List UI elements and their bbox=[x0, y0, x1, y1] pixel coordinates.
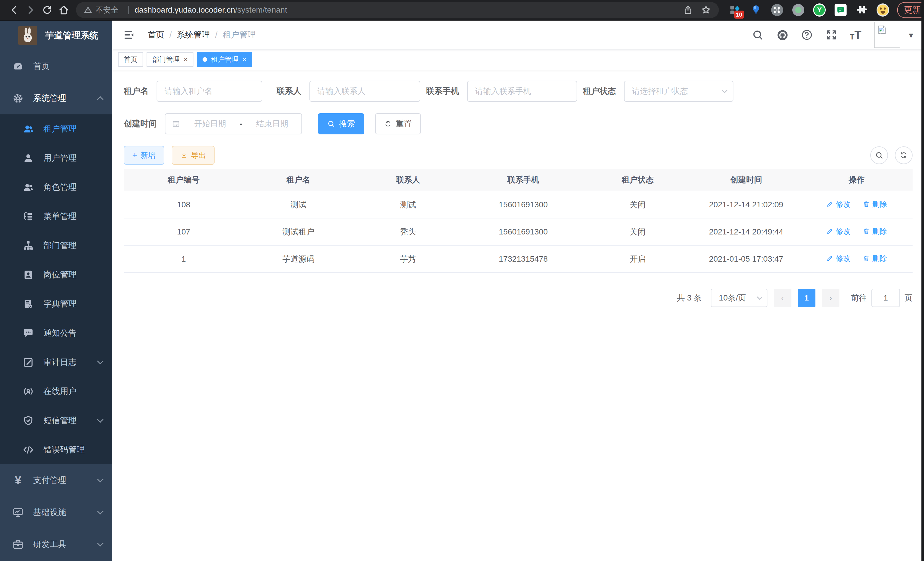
address-bar[interactable]: 不安全 dashboard.yudao.iocoder.cn/system/te… bbox=[76, 2, 719, 18]
col-status: 租户状态 bbox=[584, 169, 692, 191]
col-mobile: 联系手机 bbox=[463, 169, 584, 191]
search-button[interactable]: 搜索 bbox=[318, 113, 364, 134]
avatar-caret-icon[interactable]: ▾ bbox=[909, 30, 913, 40]
sidebar-item-user[interactable]: 用户管理 bbox=[0, 144, 112, 173]
page-number-1[interactable]: 1 bbox=[798, 289, 815, 307]
audit-log-icon bbox=[22, 356, 34, 368]
security-label[interactable]: 不安全 bbox=[95, 5, 118, 15]
sidebar-item-role[interactable]: 角色管理 bbox=[0, 173, 112, 202]
sidebar-item-home[interactable]: 首页 bbox=[0, 50, 112, 82]
github-icon[interactable] bbox=[776, 29, 788, 41]
breadcrumb: 首页 / 系统管理 / 租户管理 bbox=[148, 29, 256, 41]
goto-page-input[interactable] bbox=[872, 289, 900, 307]
trash-icon bbox=[862, 228, 870, 235]
show-search-toggle-button[interactable] bbox=[870, 146, 888, 164]
extension-command-icon[interactable] bbox=[771, 4, 783, 16]
page-size-select[interactable]: 10条/页 bbox=[711, 289, 767, 307]
sidebar-item-notice[interactable]: 通知公告 bbox=[0, 319, 112, 348]
tab-home[interactable]: 首页 bbox=[118, 52, 143, 67]
sidebar-item-online-user[interactable]: 在线用户 bbox=[0, 377, 112, 406]
delete-link[interactable]: 删除 bbox=[862, 226, 887, 236]
browser-home-button[interactable] bbox=[56, 2, 72, 18]
extension-y-icon[interactable]: Y bbox=[813, 4, 826, 16]
table-toolbar: + 新增 导出 bbox=[124, 146, 913, 165]
table-row: 108 测试 测试 15601691300 关闭 2021-12-14 21:0… bbox=[124, 191, 913, 218]
avatar[interactable] bbox=[874, 22, 900, 48]
share-icon[interactable] bbox=[683, 5, 693, 15]
plus-icon: + bbox=[132, 151, 137, 159]
chevron-down-icon bbox=[757, 294, 763, 300]
profile-avatar-icon[interactable] bbox=[877, 4, 889, 16]
close-icon[interactable]: × bbox=[243, 56, 247, 63]
url-path: /system/tenant bbox=[235, 5, 287, 14]
help-icon[interactable] bbox=[801, 29, 813, 41]
sidebar-item-sms[interactable]: 短信管理 bbox=[0, 406, 112, 435]
navbar-right: TT ▾ bbox=[752, 22, 913, 48]
tenant-name-input[interactable] bbox=[157, 81, 262, 102]
end-date-placeholder[interactable]: 结束日期 bbox=[249, 118, 295, 129]
sidebar-item-pay[interactable]: ¥ 支付管理 bbox=[0, 464, 112, 496]
header-search-icon[interactable] bbox=[752, 29, 764, 41]
tab-dept[interactable]: 部门管理 × bbox=[147, 52, 194, 67]
sidebar-item-errcode[interactable]: 错误码管理 bbox=[0, 435, 112, 464]
tab-tenant[interactable]: 租户管理 × bbox=[197, 52, 252, 67]
tenant-table: 租户编号 租户名 联系人 联系手机 租户状态 创建时间 操作 108 测试 测试 bbox=[124, 169, 913, 273]
sidebar-submenu-system: 租户管理 用户管理 角色管理 菜单管理 部门管理 岗位管理 bbox=[0, 114, 112, 464]
browser-update-button[interactable]: 更新 ⋮ bbox=[897, 2, 924, 18]
sidebar-item-menu[interactable]: 菜单管理 bbox=[0, 202, 112, 231]
sidebar-item-dept[interactable]: 部门管理 bbox=[0, 231, 112, 260]
export-button[interactable]: 导出 bbox=[172, 146, 214, 165]
col-actions: 操作 bbox=[801, 169, 913, 191]
window-edge bbox=[921, 0, 924, 561]
contact-input[interactable] bbox=[309, 81, 420, 102]
online-user-icon bbox=[22, 385, 34, 397]
reset-button[interactable]: 重置 bbox=[375, 113, 421, 134]
font-size-icon[interactable]: TT bbox=[850, 29, 861, 41]
extension-balloon-icon[interactable] bbox=[750, 4, 762, 16]
sidebar-item-post[interactable]: 岗位管理 bbox=[0, 260, 112, 289]
prev-page-button[interactable]: ‹ bbox=[774, 289, 791, 307]
add-button[interactable]: + 新增 bbox=[124, 146, 164, 165]
mobile-input[interactable] bbox=[467, 81, 577, 102]
badge-icon bbox=[22, 269, 34, 281]
bookmark-star-icon[interactable] bbox=[700, 5, 711, 15]
browser-reload-button[interactable] bbox=[39, 2, 56, 18]
extension-chat-icon[interactable] bbox=[834, 4, 847, 16]
close-icon[interactable]: × bbox=[184, 56, 188, 63]
not-secure-warning-icon bbox=[83, 5, 93, 15]
sidebar-item-dict[interactable]: 字典管理 bbox=[0, 289, 112, 319]
breadcrumb-current: 租户管理 bbox=[223, 29, 256, 41]
sidebar-item-devtools[interactable]: 研发工具 bbox=[0, 528, 112, 560]
sidebar-item-infra[interactable]: 基础设施 bbox=[0, 496, 112, 528]
edit-link[interactable]: 修改 bbox=[826, 226, 850, 236]
edit-icon bbox=[826, 200, 833, 208]
delete-link[interactable]: 删除 bbox=[862, 199, 887, 209]
delete-link[interactable]: 删除 bbox=[862, 254, 887, 264]
col-contact: 联系人 bbox=[353, 169, 463, 191]
start-date-placeholder[interactable]: 开始日期 bbox=[187, 118, 233, 129]
breadcrumb-home[interactable]: 首页 bbox=[148, 29, 164, 41]
extension-grid-icon[interactable]: 10 bbox=[729, 4, 741, 16]
next-page-button[interactable]: › bbox=[822, 289, 839, 307]
table-row: 107 测试租户 秃头 15601691300 关闭 2021-12-14 20… bbox=[124, 218, 913, 245]
chevron-up-icon bbox=[97, 96, 104, 103]
status-select-input[interactable] bbox=[624, 81, 734, 102]
sidebar-collapse-icon[interactable] bbox=[123, 29, 136, 41]
extension-dot-icon[interactable] bbox=[792, 4, 805, 16]
sidebar-item-tenant[interactable]: 租户管理 bbox=[0, 114, 112, 144]
edit-link[interactable]: 修改 bbox=[826, 254, 850, 264]
gear-icon bbox=[12, 92, 24, 104]
edit-link[interactable]: 修改 bbox=[826, 199, 850, 209]
create-time-range-picker[interactable]: 开始日期 - 结束日期 bbox=[165, 113, 302, 134]
users-icon bbox=[22, 123, 34, 135]
breadcrumb-system[interactable]: 系统管理 bbox=[177, 29, 210, 41]
sidebar-item-system[interactable]: 系统管理 bbox=[0, 82, 112, 114]
status-select[interactable] bbox=[624, 81, 734, 102]
fullscreen-icon[interactable] bbox=[825, 29, 837, 41]
message-icon bbox=[22, 327, 34, 339]
extensions-puzzle-icon[interactable] bbox=[855, 4, 868, 16]
sidebar-item-audit-log[interactable]: 审计日志 bbox=[0, 348, 112, 377]
browser-forward-button[interactable] bbox=[22, 2, 39, 18]
refresh-table-button[interactable] bbox=[895, 146, 913, 164]
browser-back-button[interactable] bbox=[6, 2, 22, 18]
